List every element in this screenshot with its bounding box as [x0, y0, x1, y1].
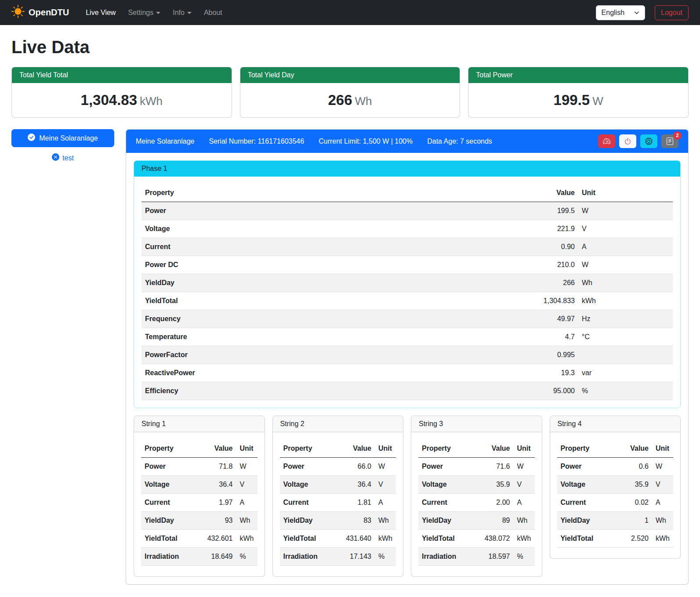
- value-header: Value: [512, 184, 578, 202]
- phase-card: Phase 1 Property Value Unit P: [134, 160, 681, 408]
- unit-cell: %: [236, 548, 258, 566]
- property-cell: Power: [141, 202, 512, 220]
- table-row: PowerFactor0.995: [141, 346, 673, 364]
- sidebar-item-test[interactable]: test: [11, 153, 114, 163]
- string-card-1: String 1 Property Value Unit: [134, 416, 265, 577]
- language-select[interactable]: English: [596, 5, 645, 20]
- unit-cell: °C: [578, 328, 673, 346]
- table-row: Voltage35.9V: [418, 476, 535, 494]
- unit-cell: kWh: [578, 292, 673, 310]
- table-row: Power199.5W: [141, 202, 673, 220]
- nav-item-about[interactable]: About: [199, 5, 228, 20]
- nav-item-live-view[interactable]: Live View: [80, 5, 121, 20]
- value-cell: 199.5: [512, 202, 578, 220]
- value-cell: 71.8: [196, 458, 236, 476]
- summary-card-total-yield-day: Total Yield Day 266Wh: [240, 67, 461, 118]
- property-cell: Efficiency: [141, 382, 512, 400]
- logout-button[interactable]: Logout: [655, 5, 689, 20]
- property-cell: ReactivePower: [141, 364, 512, 382]
- table-row: Current2.00A: [418, 494, 535, 512]
- string-title: String 3: [411, 416, 542, 432]
- property-cell: YieldDay: [141, 274, 512, 292]
- value-cell: 432.601: [196, 530, 236, 548]
- inverter-select-button[interactable]: Meine Solaranlage: [11, 129, 114, 147]
- value-cell: 0.90: [512, 238, 578, 256]
- unit-cell: A: [375, 494, 396, 512]
- phase-title: Phase 1: [134, 161, 680, 177]
- property-header: Property: [557, 440, 612, 458]
- table-row: Irradiation17.143%: [280, 548, 396, 566]
- property-cell: Voltage: [141, 476, 196, 494]
- nav-item-settings[interactable]: Settings: [123, 5, 166, 20]
- property-cell: Voltage: [280, 476, 335, 494]
- property-cell: YieldDay: [280, 512, 335, 530]
- device-info-button[interactable]: [640, 134, 657, 148]
- page: Live Data Total Yield Total 1,304.83kWh …: [0, 25, 700, 597]
- value-cell: 36.4: [196, 476, 236, 494]
- page-title: Live Data: [11, 37, 689, 57]
- chevron-down-icon: [634, 10, 639, 15]
- value-cell: 2.520: [612, 530, 652, 548]
- strings-grid: String 1 Property Value Unit: [134, 416, 681, 577]
- unit-cell: Wh: [578, 274, 673, 292]
- summary-row: Total Yield Total 1,304.83kWh Total Yiel…: [11, 67, 689, 118]
- unit-cell: A: [514, 494, 535, 512]
- value-cell: 19.3: [512, 364, 578, 382]
- property-cell: YieldTotal: [141, 530, 196, 548]
- value-cell: 438.072: [473, 530, 514, 548]
- value-cell: 0.6: [612, 458, 652, 476]
- nav-item-info[interactable]: Info: [167, 5, 197, 20]
- card-body: 266Wh: [240, 83, 460, 117]
- property-cell: Power: [141, 458, 196, 476]
- table-row: Current0.90A: [141, 238, 673, 256]
- unit-cell: kWh: [375, 530, 396, 548]
- property-header: Property: [418, 440, 473, 458]
- value-cell: 35.9: [473, 476, 514, 494]
- limit-settings-button[interactable]: [598, 134, 615, 148]
- property-cell: Current: [141, 238, 512, 256]
- x-circle-icon: [52, 153, 59, 163]
- unit-cell: [578, 346, 673, 364]
- string-table: Property Value Unit Power71.8WVoltage36.…: [141, 440, 258, 566]
- card-value: 199.5: [554, 92, 590, 108]
- power-button[interactable]: [619, 134, 636, 148]
- value-cell: 1: [612, 512, 652, 530]
- property-cell: Voltage: [418, 476, 473, 494]
- brand[interactable]: OpenDTU: [11, 5, 69, 20]
- table-row: YieldDay89Wh: [418, 512, 535, 530]
- property-cell: YieldDay: [557, 512, 612, 530]
- value-cell: 4.7: [512, 328, 578, 346]
- table-row: Power71.6W: [418, 458, 535, 476]
- unit-cell: V: [578, 220, 673, 238]
- table-row: Current1.97A: [141, 494, 258, 512]
- table-row: Voltage36.4V: [141, 476, 258, 494]
- value-cell: 431.640: [334, 530, 375, 548]
- unit-header: Unit: [236, 440, 258, 458]
- unit-cell: V: [652, 476, 673, 494]
- table-row: YieldTotal432.601kWh: [141, 530, 258, 548]
- sun-icon: [11, 5, 25, 20]
- string-card-2: String 2 Property Value Unit: [272, 416, 404, 577]
- inverter-select-label: Meine Solaranlage: [39, 134, 98, 142]
- unit-cell: kWh: [652, 530, 673, 548]
- phase-table: Property Value Unit Power199.5WVoltage22…: [141, 184, 673, 400]
- value-cell: 35.9: [612, 476, 652, 494]
- property-cell: Current: [418, 494, 473, 512]
- unit-cell: A: [578, 238, 673, 256]
- unit-header: Unit: [652, 440, 673, 458]
- speedometer-icon: [603, 137, 610, 145]
- value-header: Value: [473, 440, 514, 458]
- data-age: Data Age: 7 seconds: [427, 137, 492, 145]
- value-cell: 17.143: [334, 548, 375, 566]
- chevron-down-icon: [156, 12, 160, 14]
- current-limit: Current Limit: 1,500 W | 100%: [319, 137, 413, 145]
- value-cell: 1.97: [196, 494, 236, 512]
- journal-icon: [666, 137, 674, 145]
- string-title: String 2: [273, 416, 403, 432]
- event-log-button[interactable]: 2: [661, 134, 678, 148]
- sidebar: Meine Solaranlage test: [11, 129, 114, 163]
- property-cell: Current: [141, 494, 196, 512]
- property-cell: YieldDay: [141, 512, 196, 530]
- value-header: Value: [334, 440, 375, 458]
- card-unit: kWh: [140, 94, 163, 108]
